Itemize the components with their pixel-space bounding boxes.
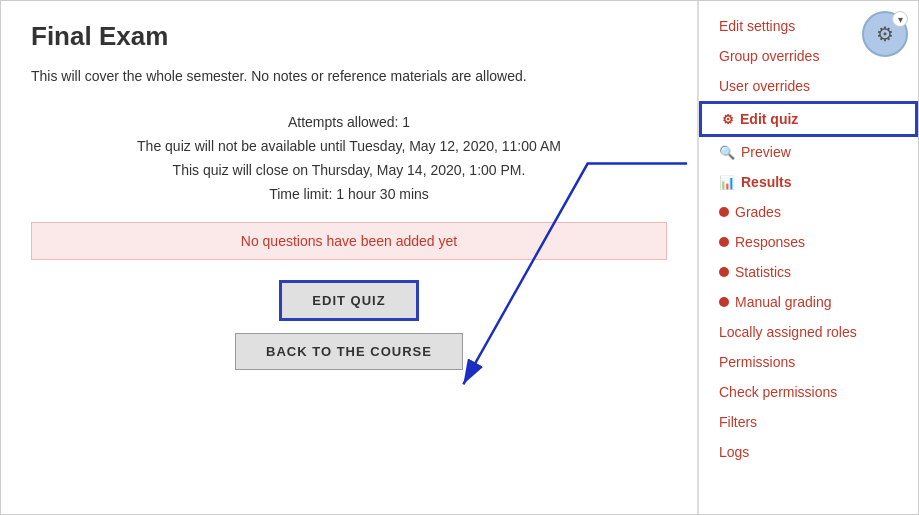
dot-icon-statistics <box>719 267 729 277</box>
gear-symbol-icon: ⚙ <box>876 22 894 46</box>
edit-quiz-sidebar-label: Edit quiz <box>740 111 798 127</box>
page-title: Final Exam <box>31 21 667 52</box>
sidebar-item-locally-assigned-roles[interactable]: Locally assigned roles <box>699 317 918 347</box>
user-overrides-label: User overrides <box>719 78 810 94</box>
gear-icon: ⚙ <box>722 112 734 127</box>
sidebar-item-statistics[interactable]: Statistics <box>699 257 918 287</box>
sidebar-item-edit-quiz[interactable]: ⚙ Edit quiz <box>699 101 918 137</box>
page-wrapper: Final Exam This will cover the whole sem… <box>0 0 919 515</box>
dot-icon-responses <box>719 237 729 247</box>
time-limit-info: Time limit: 1 hour 30 mins <box>31 186 667 202</box>
manual-grading-label: Manual grading <box>735 294 832 310</box>
sidebar-item-filters[interactable]: Filters <box>699 407 918 437</box>
attempts-info: Attempts allowed: 1 <box>31 114 667 130</box>
warning-box: No questions have been added yet <box>31 222 667 260</box>
sidebar-item-permissions[interactable]: Permissions <box>699 347 918 377</box>
sidebar-item-results[interactable]: 📊 Results <box>699 167 918 197</box>
bar-chart-icon: 📊 <box>719 175 735 190</box>
check-permissions-label: Check permissions <box>719 384 837 400</box>
search-icon: 🔍 <box>719 145 735 160</box>
availability-info: The quiz will not be available until Tue… <box>31 138 667 154</box>
sidebar-item-user-overrides[interactable]: User overrides <box>699 71 918 101</box>
warning-text: No questions have been added yet <box>241 233 457 249</box>
sidebar: Edit settings Group overrides User overr… <box>698 1 918 514</box>
sidebar-item-grades[interactable]: Grades <box>699 197 918 227</box>
main-content: Final Exam This will cover the whole sem… <box>1 1 698 514</box>
sidebar-item-check-permissions[interactable]: Check permissions <box>699 377 918 407</box>
responses-label: Responses <box>735 234 805 250</box>
statistics-label: Statistics <box>735 264 791 280</box>
edit-settings-label: Edit settings <box>719 18 795 34</box>
edit-quiz-button[interactable]: EDIT QUIZ <box>279 280 418 321</box>
results-label: Results <box>741 174 792 190</box>
grades-label: Grades <box>735 204 781 220</box>
dot-icon-manual-grading <box>719 297 729 307</box>
sidebar-item-manual-grading[interactable]: Manual grading <box>699 287 918 317</box>
filters-label: Filters <box>719 414 757 430</box>
button-area: EDIT QUIZ BACK TO THE COURSE <box>31 280 667 370</box>
close-info: This quiz will close on Thursday, May 14… <box>31 162 667 178</box>
back-to-course-button[interactable]: BACK TO THE COURSE <box>235 333 463 370</box>
group-overrides-label: Group overrides <box>719 48 819 64</box>
locally-assigned-roles-label: Locally assigned roles <box>719 324 857 340</box>
chevron-down-icon: ▾ <box>892 11 908 27</box>
gear-settings-button[interactable]: ⚙ ▾ <box>862 11 908 57</box>
dot-icon-grades <box>719 207 729 217</box>
quiz-info: Attempts allowed: 1 The quiz will not be… <box>31 114 667 202</box>
permissions-label: Permissions <box>719 354 795 370</box>
logs-label: Logs <box>719 444 749 460</box>
sidebar-item-preview[interactable]: 🔍 Preview <box>699 137 918 167</box>
sidebar-item-responses[interactable]: Responses <box>699 227 918 257</box>
sidebar-item-logs[interactable]: Logs <box>699 437 918 467</box>
description: This will cover the whole semester. No n… <box>31 68 667 84</box>
preview-label: Preview <box>741 144 791 160</box>
